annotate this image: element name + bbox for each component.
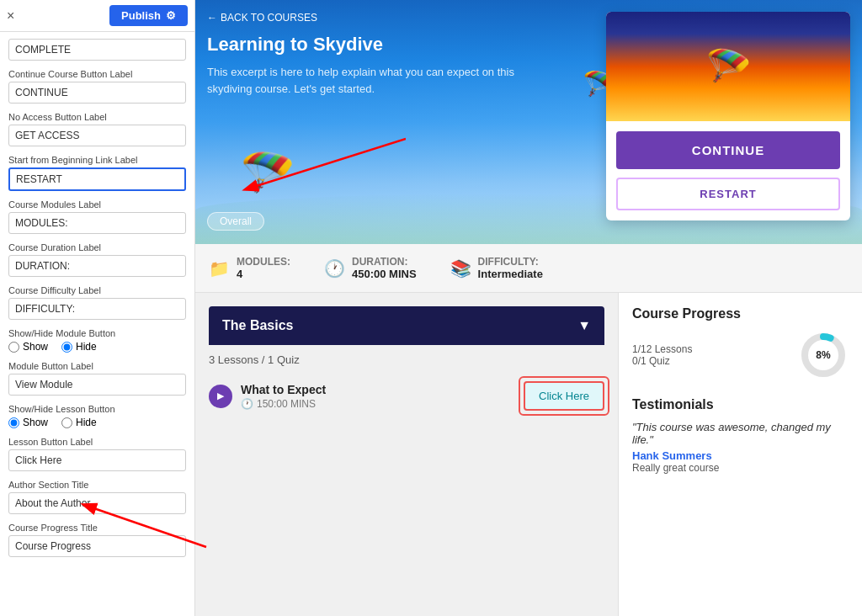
- skydiver1-icon: 🪂: [237, 142, 301, 202]
- gear-icon: ⚙: [166, 9, 176, 22]
- course-duration-input[interactable]: [8, 255, 186, 277]
- lesson-duration: 🕐 150:00 MINS: [241, 398, 326, 410]
- red-arrow-2: [195, 497, 210, 555]
- modules-label: MODULES:: [237, 256, 290, 268]
- no-access-button-input[interactable]: [8, 125, 186, 146]
- main-area: 🪂 🪂 BACK TO COURSES Learning to Skydive …: [195, 0, 862, 616]
- module-button-input[interactable]: [8, 374, 186, 396]
- progress-info: 1/12 Lessons 0/1 Quiz: [632, 343, 692, 367]
- hero-thumbnail: 🪂: [606, 12, 850, 121]
- hero-excerpt: This excerpt is here to help explain wha…: [207, 64, 527, 97]
- stat-modules: 📁 MODULES: 4: [209, 256, 290, 280]
- field-course-modules-label: Course Modules Label: [8, 199, 186, 234]
- course-modules-label-text: Course Modules Label: [8, 199, 186, 210]
- play-button[interactable]: ▶: [209, 385, 232, 408]
- field-start-from-beginning: Start from Beginning Link Label: [8, 155, 186, 191]
- donut-chart: 8%: [798, 330, 849, 380]
- field-module-button-label: Module Button Label: [8, 361, 186, 396]
- course-duration-label-text: Course Duration Label: [8, 242, 186, 252]
- click-here-button[interactable]: Click Here: [524, 381, 604, 411]
- content-area: The Basics ▼ 3 Lessons / 1 Quiz ▶ What t…: [195, 293, 862, 616]
- stat-difficulty-text: DIFFICULTY: Intermediate: [478, 256, 543, 280]
- start-from-beginning-input[interactable]: [8, 167, 186, 191]
- field-author-section-title: Author Section Title: [8, 480, 186, 514]
- course-modules-input[interactable]: [8, 212, 186, 234]
- field-course-duration-label: Course Duration Label: [8, 242, 186, 277]
- lesson-row: ▶ What to Expect 🕐 150:00 MINS Click: [209, 374, 604, 418]
- show-lesson-radio[interactable]: [8, 417, 19, 428]
- module-header[interactable]: The Basics ▼: [209, 306, 604, 345]
- lesson-info: What to Expect 🕐 150:00 MINS: [241, 383, 326, 410]
- continue-button[interactable]: CONTINUE: [616, 131, 840, 169]
- content-left: The Basics ▼ 3 Lessons / 1 Quiz ▶ What t…: [195, 293, 618, 616]
- show-lesson-option[interactable]: Show: [8, 417, 48, 428]
- testimonial-quote: "This course was awesome, changed my lif…: [632, 421, 849, 446]
- show-module-option[interactable]: Show: [8, 341, 48, 353]
- module-section: The Basics ▼ 3 Lessons / 1 Quiz ▶ What t…: [209, 306, 604, 418]
- hide-lesson-option[interactable]: Hide: [61, 417, 97, 428]
- testimonial-author: Hank Summers: [632, 449, 849, 462]
- continue-course-button-label-text: Continue Course Button Label: [8, 69, 186, 79]
- hero-right-image: 🪂: [606, 12, 850, 121]
- course-difficulty-input[interactable]: [8, 298, 186, 320]
- testimonials-section: Testimonials "This course was awesome, c…: [632, 397, 849, 474]
- show-hide-module-radio-group: Show Hide: [8, 341, 186, 353]
- course-progress-title-input[interactable]: [8, 535, 186, 557]
- stats-bar: 📁 MODULES: 4 🕐 DURATION: 450:00 MINS 📚 D…: [195, 244, 862, 293]
- hero-content: Learning to Skydive This excerpt is here…: [207, 34, 527, 97]
- stat-duration-text: DURATION: 450:00 MINS: [352, 256, 417, 280]
- lesson-button-container: Click Here: [524, 381, 604, 411]
- content-right: Course Progress 1/12 Lessons 0/1 Quiz 8%: [618, 293, 862, 616]
- lesson-button-label-text: Lesson Button Label: [8, 437, 186, 447]
- publish-label: Publish: [121, 9, 161, 22]
- hide-lesson-radio[interactable]: [61, 417, 72, 428]
- restart-button[interactable]: RESTART: [616, 178, 840, 210]
- show-hide-lesson-button-label-text: Show/Hide Lesson Button: [8, 404, 186, 414]
- modules-value: 4: [237, 268, 290, 280]
- author-section-title-label-text: Author Section Title: [8, 480, 186, 490]
- complete-button-input[interactable]: [8, 39, 186, 61]
- lesson-button-input[interactable]: [8, 449, 186, 471]
- field-no-access-button-label: No Access Button Label: [8, 112, 186, 146]
- hide-module-option[interactable]: Hide: [61, 341, 97, 353]
- show-hide-lesson-radio-group: Show Hide: [8, 417, 186, 428]
- difficulty-label: DIFFICULTY:: [478, 256, 543, 268]
- module-title: The Basics: [222, 318, 293, 333]
- field-show-hide-lesson-button: Show/Hide Lesson Button Show Hide: [8, 404, 186, 428]
- difficulty-value: Intermediate: [478, 268, 543, 280]
- module-chevron-icon: ▼: [577, 318, 591, 333]
- hide-module-radio[interactable]: [61, 342, 72, 353]
- progress-row: 1/12 Lessons 0/1 Quiz 8%: [632, 330, 849, 380]
- stat-duration: 🕐 DURATION: 450:00 MINS: [324, 256, 417, 280]
- stat-modules-text: MODULES: 4: [237, 256, 290, 280]
- hero-title: Learning to Skydive: [207, 34, 527, 56]
- course-progress-title-label-text: Course Progress Title: [8, 523, 186, 533]
- module-meta: 3 Lessons / 1 Quiz: [209, 345, 604, 374]
- back-to-courses-link[interactable]: BACK TO COURSES: [207, 12, 317, 24]
- clock-icon: 🕐: [241, 398, 253, 410]
- field-complete-button-label: [8, 39, 186, 61]
- svg-line-1: [195, 505, 206, 547]
- field-course-progress-title: Course Progress Title: [8, 523, 186, 557]
- overall-badge[interactable]: Overall: [207, 212, 264, 231]
- donut-label: 8%: [816, 349, 830, 361]
- stat-difficulty: 📚 DIFFICULTY: Intermediate: [450, 256, 543, 280]
- progress-title: Course Progress: [632, 306, 849, 321]
- duration-value: 450:00 MINS: [352, 268, 417, 280]
- duration-label: DURATION:: [352, 256, 417, 268]
- publish-button[interactable]: Publish ⚙: [109, 5, 188, 26]
- start-from-beginning-label-text: Start from Beginning Link Label: [8, 155, 186, 165]
- author-section-title-input[interactable]: [8, 492, 186, 514]
- show-hide-module-button-label-text: Show/Hide Module Button: [8, 328, 186, 338]
- close-button[interactable]: ×: [7, 8, 14, 24]
- lesson-left: ▶ What to Expect 🕐 150:00 MINS: [209, 383, 326, 410]
- hero-right-card: 🪂 CONTINUE RESTART: [606, 12, 850, 220]
- testimonial-text: Really great course: [632, 462, 849, 474]
- progress-section: Course Progress 1/12 Lessons 0/1 Quiz 8%: [632, 306, 849, 380]
- no-access-button-label-text: No Access Button Label: [8, 112, 186, 122]
- show-module-radio[interactable]: [8, 342, 19, 353]
- field-course-difficulty-label: Course Difficulty Label: [8, 285, 186, 320]
- continue-course-button-input[interactable]: [8, 82, 186, 104]
- hero-section: 🪂 🪂 BACK TO COURSES Learning to Skydive …: [195, 0, 862, 244]
- hero-right-actions: CONTINUE RESTART: [606, 121, 850, 220]
